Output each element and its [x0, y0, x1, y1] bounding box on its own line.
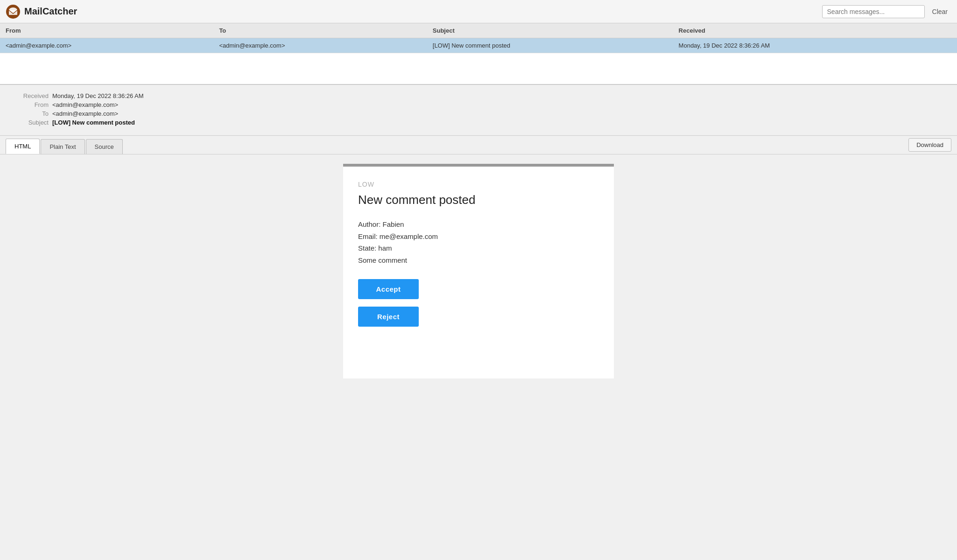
meta-section: Received Monday, 19 Dec 2022 8:36:26 AM … — [0, 85, 957, 135]
message-list-header-row: From To Subject Received — [0, 23, 957, 38]
meta-from-label: From — [11, 101, 49, 108]
reject-button[interactable]: Reject — [358, 307, 419, 327]
tab-html[interactable]: HTML — [6, 139, 40, 154]
clear-button[interactable]: Clear — [929, 6, 951, 17]
col-to: To — [213, 23, 427, 38]
message-list-body: <admin@example.com><admin@example.com>[L… — [0, 38, 957, 53]
tabs-left: HTML Plain Text Source — [6, 136, 124, 154]
message-list: From To Subject Received <admin@example.… — [0, 23, 957, 53]
meta-to-label: To — [11, 110, 49, 117]
message-list-area: From To Subject Received <admin@example.… — [0, 23, 957, 84]
app-title: MailCatcher — [24, 6, 77, 17]
search-input[interactable] — [822, 5, 925, 18]
app-header: MailCatcher Clear — [0, 0, 957, 23]
meta-subject-value: [LOW] New comment posted — [52, 119, 135, 126]
email-headline: New comment posted — [358, 193, 599, 207]
meta-to-value: <admin@example.com> — [52, 110, 118, 117]
tabs-bar: HTML Plain Text Source Download — [0, 135, 957, 154]
cell-from: <admin@example.com> — [0, 38, 213, 53]
meta-from-row: From <admin@example.com> — [11, 101, 946, 108]
download-button[interactable]: Download — [908, 138, 951, 152]
cell-received: Monday, 19 Dec 2022 8:36:26 AM — [673, 38, 957, 53]
email-priority: LOW — [358, 181, 599, 188]
col-subject: Subject — [427, 23, 673, 38]
table-row[interactable]: <admin@example.com><admin@example.com>[L… — [0, 38, 957, 53]
meta-to-row: To <admin@example.com> — [11, 110, 946, 117]
tab-plain-text[interactable]: Plain Text — [41, 139, 84, 154]
email-content-area: LOW New comment posted Author: FabienEma… — [0, 154, 957, 388]
meta-received-value: Monday, 19 Dec 2022 8:36:26 AM — [52, 92, 144, 99]
tab-source[interactable]: Source — [86, 139, 123, 154]
email-card-inner: LOW New comment posted Author: FabienEma… — [343, 167, 614, 353]
header-right: Clear — [822, 5, 951, 18]
meta-subject-row: Subject [LOW] New comment posted — [11, 119, 946, 126]
meta-received-label: Received — [11, 92, 49, 99]
meta-subject-label: Subject — [11, 119, 49, 126]
meta-from-value: <admin@example.com> — [52, 101, 118, 108]
meta-received-row: Received Monday, 19 Dec 2022 8:36:26 AM — [11, 92, 946, 99]
logo-area: MailCatcher — [6, 4, 77, 19]
cell-subject: [LOW] New comment posted — [427, 38, 673, 53]
col-from: From — [0, 23, 213, 38]
accept-button[interactable]: Accept — [358, 279, 419, 299]
detail-panel: Received Monday, 19 Dec 2022 8:36:26 AM … — [0, 84, 957, 388]
email-card: LOW New comment posted Author: FabienEma… — [343, 164, 614, 378]
cell-to: <admin@example.com> — [213, 38, 427, 53]
col-received: Received — [673, 23, 957, 38]
email-body-text: Author: FabienEmail: me@example.comState… — [358, 218, 599, 266]
app-logo-icon — [6, 4, 21, 19]
